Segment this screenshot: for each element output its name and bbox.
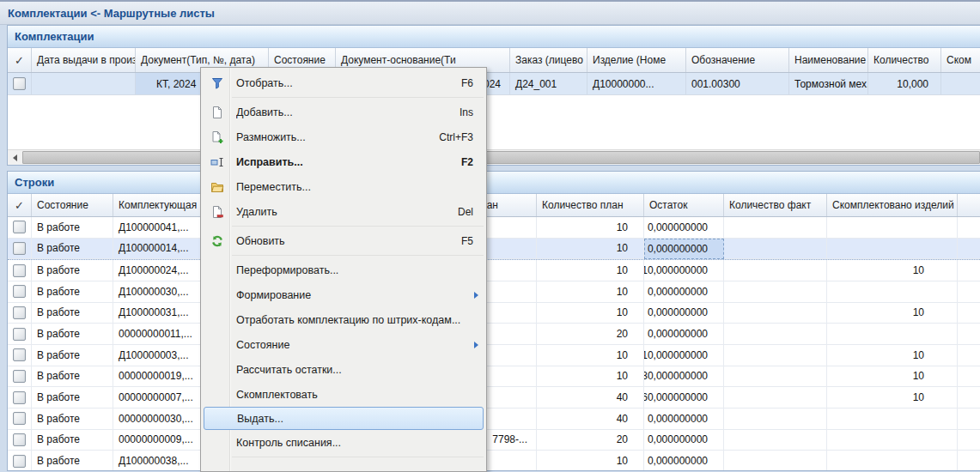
cell-rest: 0,000000000	[644, 281, 724, 303]
column-header-plan-qty[interactable]: Количество план	[537, 194, 644, 216]
table-row[interactable]: В работе 00000000019,... 10 30,000000000…	[8, 366, 980, 388]
checkbox[interactable]	[13, 433, 26, 446]
menu-item-barcode-processing[interactable]: Отработать комплектацию по штрих-кодам..…	[202, 307, 485, 332]
cell-fact-qty	[724, 217, 827, 239]
checkbox[interactable]	[13, 221, 26, 233]
cell-filler	[958, 366, 980, 388]
column-header-state[interactable]: Состояние	[32, 194, 113, 216]
cell-plan-qty: 40	[537, 387, 644, 408]
app-window: Комплектации <- Маршрутные листы Комплек…	[0, 0, 980, 472]
column-header-order[interactable]: Заказ (лицево	[510, 48, 587, 72]
row-check-cell[interactable]	[8, 239, 32, 260]
select-all-column-header[interactable]: ✓	[8, 194, 32, 216]
checkbox[interactable]	[13, 242, 26, 255]
checkbox[interactable]	[13, 264, 26, 277]
menu-item-reform[interactable]: Переформировать...	[202, 257, 485, 282]
menu-item-filter[interactable]: Отобрать... F6	[202, 70, 485, 95]
column-header-assembled-items[interactable]: Скомплектовано изделий	[827, 194, 958, 216]
column-header-name[interactable]: Наименование	[789, 48, 868, 72]
cell-filler	[958, 451, 980, 470]
menu-separator	[232, 255, 484, 256]
table-row[interactable]: В работе 00000000011,... 20 0,000000000	[8, 324, 980, 345]
row-check-cell[interactable]	[8, 451, 32, 470]
cell-state: В работе	[32, 324, 113, 345]
row-check-cell[interactable]	[8, 217, 32, 239]
column-header-designation[interactable]: Обозначение	[686, 48, 789, 72]
cell-product: Д10000000...	[587, 73, 686, 94]
checkbox[interactable]	[13, 412, 26, 425]
menu-item-writeoff-control[interactable]: Контроль списания...	[202, 430, 485, 455]
column-header-fact-qty[interactable]: Количество факт	[724, 194, 827, 216]
table-row[interactable]: В работе 00000000030,... 40 0,000000000	[8, 408, 980, 430]
cell-plan-qty: 10	[537, 303, 644, 324]
copy-document-plus-icon	[205, 130, 229, 144]
cell-fact-qty	[724, 430, 827, 451]
table-row[interactable]: В работе Д100000003,... 10 10,000000000 …	[8, 345, 980, 366]
table-row[interactable]: В работе 00000000007,... 40 60,000000000…	[8, 387, 980, 408]
table-row[interactable]: В работе Д100000024,... 10 10,000000000 …	[8, 260, 980, 281]
cell-plan-qty: 40	[537, 408, 644, 430]
row-check-cell[interactable]	[8, 408, 32, 430]
submenu-arrow-icon	[474, 342, 478, 348]
left-arrow-icon	[13, 154, 17, 161]
menu-item-assemble[interactable]: Скомплектовать	[202, 382, 485, 407]
checkbox[interactable]	[13, 328, 26, 341]
row-check-cell[interactable]	[8, 324, 32, 345]
row-check-cell[interactable]	[8, 366, 32, 388]
column-header-filler	[958, 194, 980, 216]
checkbox[interactable]	[13, 306, 26, 319]
cell-assembled-items	[827, 281, 958, 303]
table-row[interactable]: В работе Д100000031,... 10 0,000000000 1…	[8, 303, 980, 324]
row-check-cell[interactable]	[8, 387, 32, 408]
row-check-cell[interactable]	[8, 281, 32, 303]
row-check-cell[interactable]	[8, 73, 32, 94]
row-check-cell[interactable]	[8, 260, 32, 281]
column-header-rest[interactable]: Остаток	[644, 194, 724, 216]
filter-funnel-icon	[205, 76, 229, 90]
checkbox[interactable]	[13, 370, 26, 383]
menu-item-duplicate[interactable]: Размножить... Ctrl+F3	[202, 124, 485, 149]
menu-item-refresh[interactable]: Обновить F5	[202, 228, 485, 253]
checkbox[interactable]	[13, 391, 26, 404]
menu-item-state[interactable]: Состояние	[202, 332, 485, 357]
menu-item-move[interactable]: Переместить...	[202, 174, 485, 199]
menu-item-delete[interactable]: Удалить Del	[202, 199, 485, 224]
table-row-selected[interactable]: В работе Д100000014,... 10 0,000000000	[8, 239, 980, 261]
cell-rest: 0,000000000	[644, 430, 724, 451]
table-row[interactable]: В работе Д100000041,... 10 0,000000000	[8, 217, 980, 239]
table-row[interactable]: КТ, 2024 024 Д24_001 Д10000000... 001.00…	[8, 73, 980, 95]
column-header-assembled[interactable]: Ском	[941, 48, 980, 72]
scrollbar-thumb[interactable]	[22, 151, 980, 164]
menu-item-add[interactable]: Добавить... Ins	[202, 100, 485, 124]
cell-rest-focused: 0,000000000	[644, 239, 724, 260]
column-header-date[interactable]: Дата выдачи в произв	[32, 48, 136, 72]
column-header-product[interactable]: Изделие (Номе	[587, 48, 686, 72]
table-row[interactable]: В работе Д100000038,... 10 0,000000000	[8, 451, 980, 470]
menu-item-edit[interactable]: Исправить... F2	[202, 149, 485, 174]
cell-state: В работе	[32, 217, 113, 239]
table-row[interactable]: В работе 00000000009,... 7798-... 20 0,0…	[8, 430, 980, 451]
cell-assembled-items	[827, 430, 958, 451]
cell-assembled-items: 10	[827, 387, 958, 408]
row-check-cell[interactable]	[8, 430, 32, 451]
row-check-cell[interactable]	[8, 303, 32, 324]
checkbox[interactable]	[13, 285, 26, 298]
cell-fact-qty	[724, 260, 827, 281]
cell-rest: 0,000000000	[644, 451, 724, 470]
table-row[interactable]: В работе Д100000030,... 10 0,000000000	[8, 281, 980, 303]
menu-item-issue-highlighted[interactable]: Выдать...	[204, 407, 484, 430]
scroll-left-button[interactable]	[8, 150, 22, 165]
checkbox[interactable]	[13, 77, 26, 90]
column-header-qty[interactable]: Количество	[868, 48, 941, 72]
row-check-cell[interactable]	[8, 345, 32, 366]
select-all-column-header[interactable]: ✓	[8, 48, 32, 72]
horizontal-scrollbar[interactable]	[8, 149, 980, 165]
submenu-arrow-icon	[474, 292, 478, 299]
menu-item-formation[interactable]: Формирование	[202, 282, 485, 307]
checkbox[interactable]	[13, 455, 26, 468]
cell-plan-qty: 10	[537, 345, 644, 366]
checkmark-icon: ✓	[15, 199, 24, 212]
column-header-component[interactable]: Комплектующая	[113, 194, 208, 216]
menu-item-calc-rests[interactable]: Рассчитать остатки...	[202, 357, 485, 382]
checkbox[interactable]	[13, 348, 26, 361]
